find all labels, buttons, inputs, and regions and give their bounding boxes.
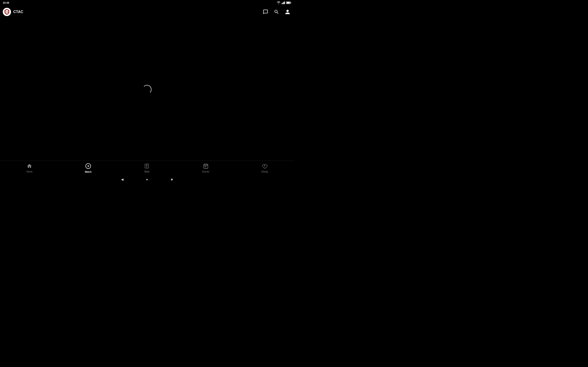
giving-icon — [262, 163, 267, 170]
wifi-icon — [277, 1, 281, 4]
home-button[interactable]: ● — [144, 176, 150, 183]
back-button[interactable]: ◀ — [119, 176, 125, 183]
app-title: CTAC — [13, 10, 23, 14]
signal-icon — [282, 1, 285, 4]
status-icons — [277, 1, 291, 4]
watch-icon — [85, 163, 91, 170]
chat-icon[interactable] — [262, 8, 269, 16]
bottom-nav: Home Watch Bible — [0, 161, 294, 175]
nav-item-home[interactable]: Home — [0, 162, 59, 174]
events-icon — [203, 163, 208, 170]
svg-rect-22 — [206, 166, 206, 167]
main-content — [0, 18, 294, 161]
recents-button[interactable]: ■ — [169, 176, 175, 183]
status-time: 10:26 — [3, 1, 9, 4]
svg-rect-6 — [291, 2, 291, 3]
android-nav-bar: ◀ ● ■ — [0, 175, 294, 184]
svg-marker-9 — [88, 165, 89, 167]
watch-label: Watch — [85, 171, 92, 173]
search-icon[interactable] — [273, 8, 280, 16]
events-label: Events — [202, 170, 209, 173]
nav-item-events[interactable]: Events — [176, 162, 235, 174]
svg-rect-5 — [287, 2, 290, 3]
status-bar: 10:26 — [0, 0, 294, 6]
bible-icon — [144, 163, 150, 170]
app-bar: CTAC CTAC — [0, 6, 294, 18]
app-bar-right — [262, 8, 291, 16]
nav-item-bible[interactable]: Bible — [118, 162, 176, 174]
svg-rect-0 — [282, 3, 282, 4]
svg-rect-2 — [284, 2, 284, 4]
nav-item-watch[interactable]: Watch — [59, 162, 118, 174]
nav-item-giving[interactable]: Giving — [235, 162, 294, 174]
svg-rect-21 — [205, 166, 205, 167]
svg-text:CTAC: CTAC — [4, 11, 9, 13]
svg-rect-1 — [283, 2, 283, 4]
loading-spinner — [142, 85, 152, 94]
home-label: Home — [26, 170, 33, 173]
battery-icon — [286, 1, 291, 4]
app-logo[interactable]: CTAC — [3, 8, 11, 16]
profile-icon[interactable] — [284, 8, 291, 16]
home-icon — [27, 163, 32, 170]
app-bar-left: CTAC CTAC — [3, 8, 23, 16]
bible-label: Bible — [145, 170, 149, 173]
svg-rect-3 — [284, 1, 285, 4]
giving-label: Giving — [261, 170, 268, 173]
